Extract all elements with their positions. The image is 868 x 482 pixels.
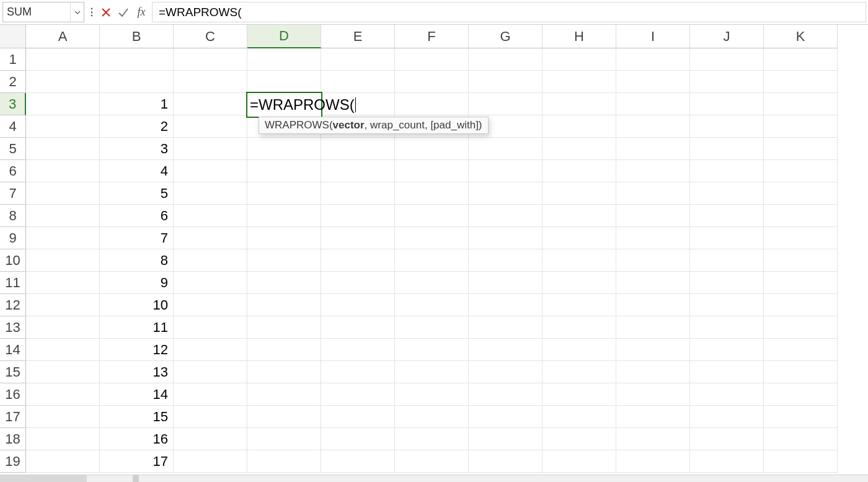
cell[interactable] — [26, 182, 100, 205]
cell[interactable] — [469, 182, 542, 205]
cell[interactable] — [395, 71, 469, 93]
cell[interactable] — [321, 450, 395, 473]
cell[interactable]: 11 — [100, 316, 174, 339]
cell[interactable]: 3 — [100, 138, 174, 160]
cell[interactable] — [247, 249, 321, 272]
cell[interactable] — [247, 71, 321, 93]
column-header[interactable]: C — [174, 25, 247, 48]
cell[interactable] — [469, 138, 542, 160]
cell[interactable]: 6 — [100, 205, 174, 227]
cell[interactable] — [542, 93, 616, 115]
cell[interactable] — [690, 272, 764, 294]
cell[interactable] — [690, 450, 764, 473]
row-header[interactable]: 14 — [0, 339, 26, 361]
cell[interactable] — [174, 361, 247, 383]
cell[interactable] — [321, 138, 395, 160]
cell[interactable] — [542, 71, 616, 93]
cell[interactable] — [395, 383, 469, 406]
cell[interactable] — [247, 182, 321, 205]
cell[interactable] — [764, 383, 838, 406]
cell[interactable] — [764, 406, 838, 428]
cell[interactable] — [690, 383, 764, 406]
cell[interactable] — [395, 450, 469, 473]
cell[interactable] — [321, 227, 395, 249]
cancel-button[interactable] — [97, 0, 115, 24]
cell[interactable] — [247, 48, 321, 71]
cell[interactable] — [469, 450, 542, 473]
cell[interactable] — [469, 272, 542, 294]
cell[interactable] — [764, 182, 838, 205]
cell[interactable] — [174, 182, 247, 205]
cell[interactable] — [764, 339, 838, 361]
column-header[interactable]: B — [100, 25, 174, 48]
cell[interactable] — [395, 339, 469, 361]
cell[interactable] — [690, 182, 764, 205]
cell[interactable] — [764, 138, 838, 160]
cell[interactable] — [321, 316, 395, 339]
column-header[interactable]: H — [542, 25, 616, 48]
cell[interactable] — [26, 383, 100, 406]
scrollbar-track[interactable] — [133, 475, 868, 482]
cell[interactable]: 9 — [100, 272, 174, 294]
cell[interactable] — [174, 272, 247, 294]
cell[interactable] — [247, 205, 321, 227]
cell[interactable] — [26, 71, 100, 93]
cell[interactable] — [174, 93, 247, 115]
cell[interactable] — [395, 428, 469, 450]
cell[interactable] — [616, 428, 690, 450]
row-header[interactable]: 3 — [0, 93, 26, 115]
cell[interactable] — [469, 249, 542, 272]
spreadsheet-grid[interactable]: ABCDEFGHIJK12314253647586971081191210131… — [0, 25, 868, 473]
name-box[interactable]: SUM — [2, 2, 84, 22]
cell[interactable] — [247, 160, 321, 182]
cell[interactable] — [764, 160, 838, 182]
cell[interactable] — [764, 115, 838, 138]
cell[interactable] — [321, 383, 395, 406]
row-header[interactable]: 5 — [0, 138, 26, 160]
cell[interactable] — [690, 361, 764, 383]
cell[interactable] — [764, 227, 838, 249]
cell[interactable]: 17 — [100, 450, 174, 473]
cell[interactable] — [247, 227, 321, 249]
cell[interactable] — [395, 93, 469, 115]
cell[interactable]: 14 — [100, 383, 174, 406]
row-header[interactable]: 13 — [0, 316, 26, 339]
row-header[interactable]: 1 — [0, 48, 26, 71]
enter-button[interactable] — [115, 0, 132, 24]
row-header[interactable]: 4 — [0, 115, 26, 138]
cell[interactable] — [616, 227, 690, 249]
sheet-tab-area[interactable] — [0, 475, 87, 482]
cell[interactable] — [247, 450, 321, 473]
cell[interactable] — [469, 428, 542, 450]
cell[interactable] — [174, 160, 247, 182]
cell[interactable] — [26, 450, 100, 473]
row-header[interactable]: 7 — [0, 182, 26, 205]
cell[interactable] — [764, 249, 838, 272]
cell[interactable] — [542, 48, 616, 71]
cell[interactable] — [616, 406, 690, 428]
cell[interactable] — [469, 48, 542, 71]
cell[interactable] — [616, 48, 690, 71]
cell[interactable] — [542, 428, 616, 450]
cell[interactable] — [690, 138, 764, 160]
cell[interactable] — [542, 361, 616, 383]
cell[interactable] — [321, 249, 395, 272]
cell[interactable] — [247, 339, 321, 361]
cell[interactable] — [174, 406, 247, 428]
cell[interactable] — [321, 406, 395, 428]
horizontal-scrollbar[interactable] — [0, 475, 868, 482]
cell[interactable] — [690, 115, 764, 138]
cell[interactable] — [616, 182, 690, 205]
cell[interactable] — [616, 138, 690, 160]
cell[interactable] — [247, 406, 321, 428]
column-header[interactable]: I — [616, 25, 690, 48]
row-header[interactable]: 9 — [0, 227, 26, 249]
cell[interactable] — [616, 71, 690, 93]
cell[interactable]: 10 — [100, 294, 174, 316]
cell[interactable] — [395, 227, 469, 249]
name-box-dropdown-icon[interactable] — [70, 2, 84, 22]
cell[interactable] — [174, 316, 247, 339]
cell[interactable] — [469, 339, 542, 361]
cell[interactable] — [247, 383, 321, 406]
cell[interactable] — [616, 383, 690, 406]
